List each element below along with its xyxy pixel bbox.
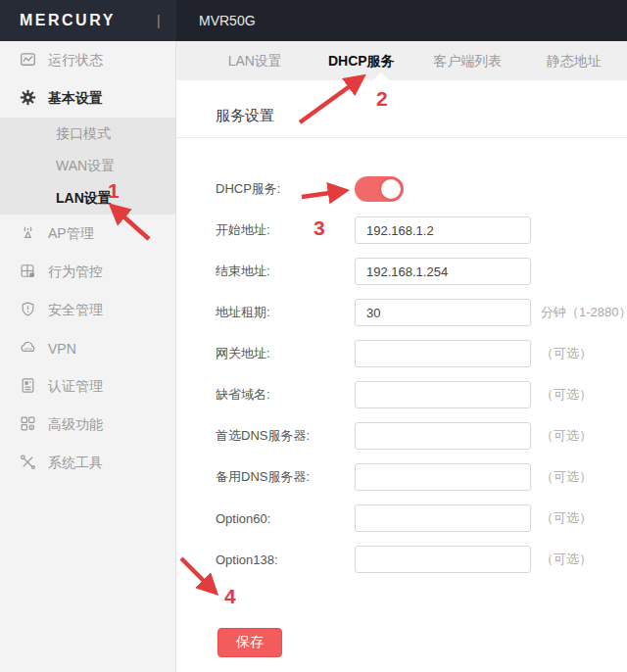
save-button[interactable]: 保存 (217, 628, 282, 657)
form-row-end-address: 结束地址: (216, 258, 627, 285)
field-label: 备用DNS服务器: (216, 468, 355, 486)
sidebar-item-security-management[interactable]: 安全管理 (0, 291, 175, 329)
field-suffix: （可选） (541, 345, 592, 362)
primary-dns-input[interactable] (355, 422, 531, 450)
field-suffix: （可选） (541, 551, 592, 568)
field-label: Option138: (216, 552, 355, 567)
field-suffix: （可选） (541, 509, 592, 527)
tools-icon (20, 454, 36, 473)
sidebar-item-label: 系统工具 (48, 455, 103, 472)
dhcp-settings-form: DHCP服务: 开始地址: 结束地址: 地址租期: 分钟（1-2880） 网关地… (216, 175, 627, 657)
gear-icon (20, 89, 36, 109)
tab-dhcp-service[interactable]: DHCP服务 (309, 41, 415, 80)
form-row-option60: Option60: （可选） (216, 504, 627, 532)
section-divider (176, 137, 627, 138)
section-title: 服务设置 (176, 80, 627, 125)
status-icon (20, 51, 36, 71)
ap-antenna-icon (20, 224, 36, 244)
field-label: 地址租期: (216, 304, 355, 321)
sidebar-item-advanced-features[interactable]: 高级功能 (0, 406, 175, 444)
field-label: 结束地址: (216, 263, 355, 280)
sidebar-item-system-tools[interactable]: 系统工具 (0, 444, 175, 482)
option138-input[interactable] (355, 546, 531, 573)
sidebar: 运行状态 基本设置 接口模式 WAN设置 LAN设置 (0, 41, 176, 672)
end-address-input[interactable] (355, 258, 531, 285)
field-label: Option60: (216, 511, 355, 526)
gateway-address-input[interactable] (355, 340, 531, 367)
sidebar-item-auth-management[interactable]: 认证管理 (0, 367, 175, 406)
default-domain-input[interactable] (355, 381, 531, 408)
field-suffix: （可选） (541, 468, 592, 486)
form-row-primary-dns: 首选DNS服务器: （可选） (216, 422, 627, 450)
field-label: 首选DNS服务器: (216, 427, 355, 445)
lease-time-input[interactable] (355, 299, 531, 326)
start-address-input[interactable] (355, 216, 531, 244)
brand-logo: MERCURY (20, 0, 116, 41)
basic-settings-submenu: 接口模式 WAN设置 LAN设置 (0, 118, 175, 215)
brand-separator: | (157, 0, 161, 41)
sidebar-item-label: 运行状态 (48, 52, 103, 70)
sidebar-item-label: 基本设置 (48, 90, 103, 108)
sidebar-item-running-status[interactable]: 运行状态 (0, 41, 175, 79)
field-suffix: （可选） (541, 386, 592, 404)
toggle-knob (379, 177, 403, 201)
advanced-grid-icon (20, 415, 36, 435)
sidebar-item-vpn[interactable]: VPN VPN (0, 329, 175, 367)
sidebar-item-label: AP管理 (48, 225, 94, 243)
form-row-secondary-dns: 备用DNS服务器: （可选） (216, 463, 627, 491)
sidebar-item-behavior-control[interactable]: 行为管控 (0, 253, 175, 291)
tab-lan-settings[interactable]: LAN设置 (202, 41, 309, 80)
sidebar-item-label: VPN (48, 341, 76, 357)
form-row-lease-time: 地址租期: 分钟（1-2880） (216, 299, 627, 326)
sidebar-item-label: 行为管控 (48, 264, 103, 281)
sidebar-subitem-interface-mode[interactable]: 接口模式 (0, 118, 175, 150)
field-label: 网关地址: (216, 345, 355, 362)
secondary-dns-input[interactable] (355, 463, 531, 491)
field-label: DHCP服务: (216, 180, 355, 198)
field-label: 开始地址: (216, 221, 355, 239)
sidebar-subitem-lan-settings[interactable]: LAN设置 (0, 182, 175, 215)
tabbar: LAN设置 DHCP服务 客户端列表 静态地址 (176, 41, 627, 80)
auth-card-icon (20, 377, 36, 397)
sidebar-item-label: 高级功能 (48, 416, 103, 434)
form-row-default-domain: 缺省域名: （可选） (216, 381, 627, 408)
svg-text:VPN: VPN (24, 347, 32, 351)
sidebar-subitem-wan-settings[interactable]: WAN设置 (0, 150, 175, 182)
dhcp-service-toggle[interactable] (355, 176, 404, 202)
form-row-start-address: 开始地址: (216, 216, 627, 244)
sidebar-item-basic-settings[interactable]: 基本设置 (0, 79, 175, 118)
shield-icon (20, 301, 36, 320)
main-content: LAN设置 DHCP服务 客户端列表 静态地址 服务设置 DHCP服务: 开始地… (176, 41, 627, 672)
tab-client-list[interactable]: 客户端列表 (414, 41, 521, 80)
field-label: 缺省域名: (216, 386, 355, 404)
form-row-option138: Option138: （可选） (216, 546, 627, 573)
sidebar-item-label: 安全管理 (48, 302, 103, 319)
field-suffix: 分钟（1-2880） (541, 304, 627, 321)
topbar: MERCURY | MVR50G (0, 0, 627, 41)
sidebar-item-label: 认证管理 (48, 378, 103, 396)
active-tab-notch (373, 72, 389, 80)
tab-static-address[interactable]: 静态地址 (521, 41, 627, 80)
behavior-grid-icon (20, 263, 36, 282)
sidebar-item-ap-management[interactable]: AP管理 (0, 215, 175, 253)
form-row-gateway: 网关地址: （可选） (216, 340, 627, 367)
field-suffix: （可选） (541, 427, 592, 445)
form-row-dhcp-toggle: DHCP服务: (216, 175, 627, 203)
vpn-cloud-icon: VPN (20, 339, 36, 359)
device-model: MVR50G (199, 0, 256, 41)
option60-input[interactable] (355, 504, 531, 532)
